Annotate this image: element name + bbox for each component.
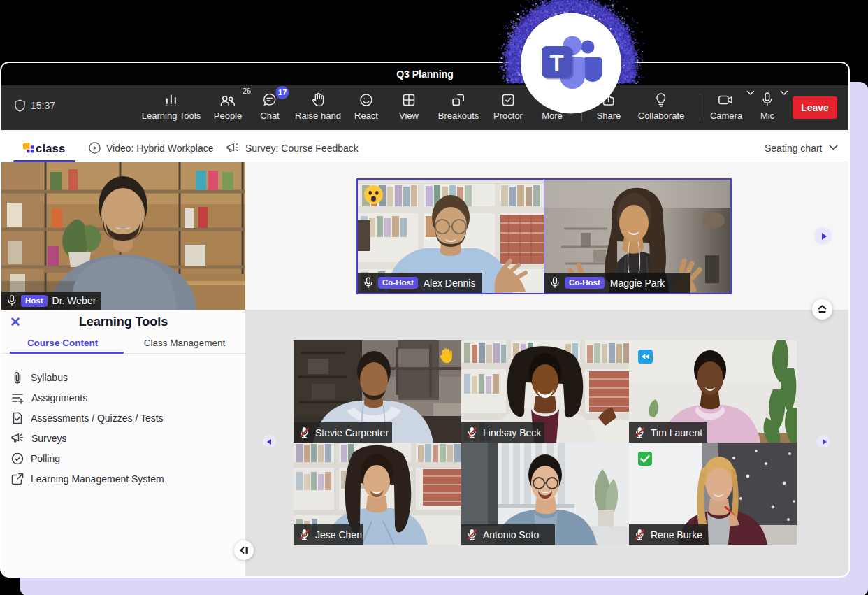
svg-text:T: T: [549, 50, 563, 76]
svg-text:class: class: [36, 142, 65, 155]
